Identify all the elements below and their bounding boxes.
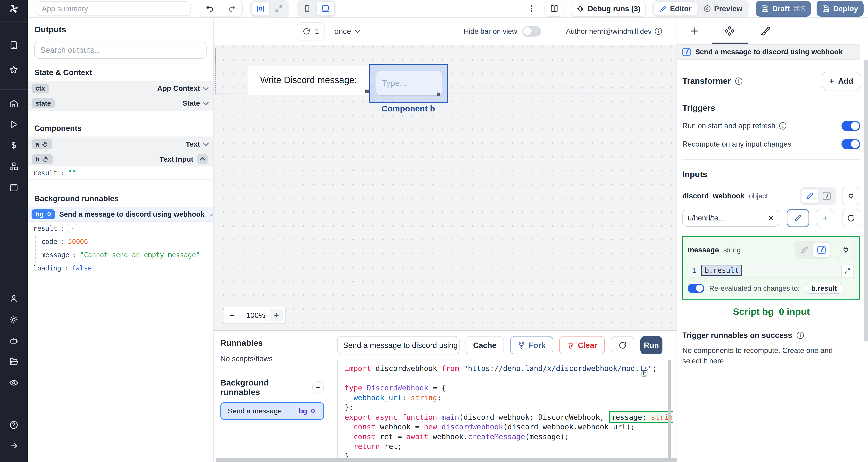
reeval-target-badge[interactable]: b.result xyxy=(806,283,842,294)
windmill-logo-icon[interactable] xyxy=(0,0,28,18)
chevron-down-icon[interactable] xyxy=(203,100,209,105)
refresh-resource-button[interactable] xyxy=(842,209,860,227)
text-input-component[interactable] xyxy=(376,71,442,96)
deploy-button[interactable]: Deploy xyxy=(816,1,864,16)
resource-picker-input[interactable]: u/henri/te... ✕ xyxy=(682,209,779,227)
hide-bar-toggle[interactable] xyxy=(522,26,541,37)
chevron-down-icon[interactable] xyxy=(203,141,209,146)
resize-handle[interactable] xyxy=(365,90,369,93)
static-mode-pencil-button[interactable] xyxy=(796,242,813,258)
refresh-script-button[interactable] xyxy=(611,336,634,354)
help-icon[interactable] xyxy=(0,415,28,435)
component-row-a[interactable]: a Text xyxy=(28,136,213,152)
panel-scrollbar[interactable] xyxy=(864,60,868,341)
reeval-toggle[interactable] xyxy=(688,284,704,293)
edit-pencil-icon[interactable] xyxy=(209,211,214,217)
component-a-type: Text xyxy=(186,140,200,148)
connect-plug-button[interactable] xyxy=(837,241,855,259)
audit-eye-icon[interactable] xyxy=(0,372,28,393)
output-row-state[interactable]: state State xyxy=(28,96,213,111)
expression-editor-row[interactable]: 1 b.result xyxy=(688,263,855,278)
chevron-down-icon[interactable] xyxy=(203,85,209,90)
runnable-item-bg0[interactable]: Send a message... bg_0 xyxy=(220,402,324,420)
runs-play-icon[interactable] xyxy=(0,114,28,135)
input-mode-toggle: f xyxy=(800,187,836,205)
output-row-ctx[interactable]: ctx App Context xyxy=(28,81,213,96)
info-icon[interactable]: i xyxy=(655,28,662,35)
variables-dollar-icon[interactable] xyxy=(0,135,28,156)
eval-mode-function-button[interactable]: f xyxy=(813,242,830,258)
text-component-a[interactable]: Write Discord message: xyxy=(248,66,370,95)
app-summary-input[interactable] xyxy=(36,1,191,16)
debug-runs-button[interactable]: Debug runs (3) xyxy=(570,1,646,16)
settings-gear-icon[interactable] xyxy=(0,309,28,330)
favorites-star-icon[interactable] xyxy=(0,59,28,80)
preview-tab[interactable]: Preview xyxy=(698,1,748,16)
desktop-view-button[interactable] xyxy=(316,1,335,16)
selected-component-b[interactable] xyxy=(369,64,448,103)
fork-button[interactable]: Fork xyxy=(510,336,553,354)
run-on-start-toggle[interactable] xyxy=(841,121,860,131)
clear-button[interactable]: Clear xyxy=(559,336,605,354)
bg0-badge: bg_0 xyxy=(32,209,55,219)
redo-button[interactable] xyxy=(221,1,242,16)
search-outputs-input[interactable] xyxy=(40,45,201,55)
recompute-toggle[interactable] xyxy=(841,139,860,150)
runnables-panel: Runnables No scripts/flows Background ru… xyxy=(214,331,331,462)
expression-token[interactable]: b.result xyxy=(701,265,742,276)
more-options-menu-icon[interactable]: ⋮ xyxy=(525,4,538,13)
component-settings-tab[interactable] xyxy=(719,22,739,40)
collapse-result-button[interactable]: - xyxy=(68,224,78,233)
copy-code-icon[interactable] xyxy=(640,369,648,380)
add-background-runnable-button[interactable]: + xyxy=(312,381,324,394)
static-mode-pencil-button[interactable] xyxy=(801,188,818,204)
workspace-icon[interactable] xyxy=(0,35,28,56)
styling-brush-tab[interactable] xyxy=(755,22,775,40)
bg0-result-row[interactable]: result: - xyxy=(28,222,213,235)
code-content: import discordwebhook from "https://deno… xyxy=(338,360,673,458)
editor-tab[interactable]: Editor xyxy=(654,1,698,16)
code-scrollbar[interactable] xyxy=(668,360,671,458)
code-editor[interactable]: import discordwebhook from "https://deno… xyxy=(337,360,673,458)
zoom-in-button[interactable]: + xyxy=(270,308,283,322)
home-icon[interactable] xyxy=(0,93,28,114)
script-name-input[interactable]: Send a message to discord using xyxy=(337,336,460,354)
run-mode-dropdown[interactable]: once xyxy=(334,27,360,36)
connect-plug-button[interactable] xyxy=(842,187,860,205)
cache-button[interactable]: Cache xyxy=(466,336,504,354)
info-icon[interactable]: i xyxy=(735,77,742,85)
edit-resource-button[interactable] xyxy=(786,209,809,227)
info-icon[interactable]: i xyxy=(797,332,804,339)
clear-x-icon[interactable]: ✕ xyxy=(768,214,774,222)
app-canvas[interactable]: Write Discord message: Component b − 100… xyxy=(214,45,676,330)
fullscreen-layout-button[interactable] xyxy=(270,1,288,16)
refresh-count-button[interactable]: 1 xyxy=(297,22,325,40)
docs-book-button[interactable] xyxy=(545,1,564,16)
undo-button[interactable] xyxy=(199,1,221,16)
collapse-row-button[interactable] xyxy=(197,154,208,164)
eval-mode-function-button[interactable]: f xyxy=(818,188,835,204)
windmill-app-editor: ⋮ Debug runs (3) Editor Preview xyxy=(0,0,868,462)
component-row-b[interactable]: b Text Input xyxy=(28,152,213,166)
component-b-result-row[interactable]: result:"" xyxy=(28,166,213,180)
insert-component-tab[interactable] xyxy=(684,22,704,40)
user-icon[interactable] xyxy=(0,288,28,309)
expand-sidebar-arrow-icon[interactable] xyxy=(0,435,28,456)
centered-layout-button[interactable] xyxy=(252,1,270,16)
folders-icon[interactable] xyxy=(0,351,28,372)
script-editor-panel: Send a message to discord using Cache Fo… xyxy=(331,331,677,462)
resize-handle[interactable] xyxy=(437,93,440,96)
resources-cubes-icon[interactable] xyxy=(0,156,28,177)
expand-editor-button[interactable] xyxy=(841,265,854,277)
draft-button[interactable]: Draft⌘S xyxy=(756,1,811,16)
add-transformer-button[interactable]: +Add xyxy=(822,72,860,90)
mobile-view-button[interactable] xyxy=(298,1,316,16)
zoom-out-button[interactable]: − xyxy=(230,310,242,320)
run-button[interactable]: Run xyxy=(640,336,662,354)
workers-robot-icon[interactable] xyxy=(0,330,28,351)
schedules-calendar-icon[interactable] xyxy=(0,177,28,198)
bg0-row[interactable]: bg_0 Send a message to discord using web… xyxy=(28,207,213,222)
info-icon[interactable]: i xyxy=(779,122,786,130)
fork-icon xyxy=(518,341,525,349)
add-resource-button[interactable]: + xyxy=(816,209,834,227)
